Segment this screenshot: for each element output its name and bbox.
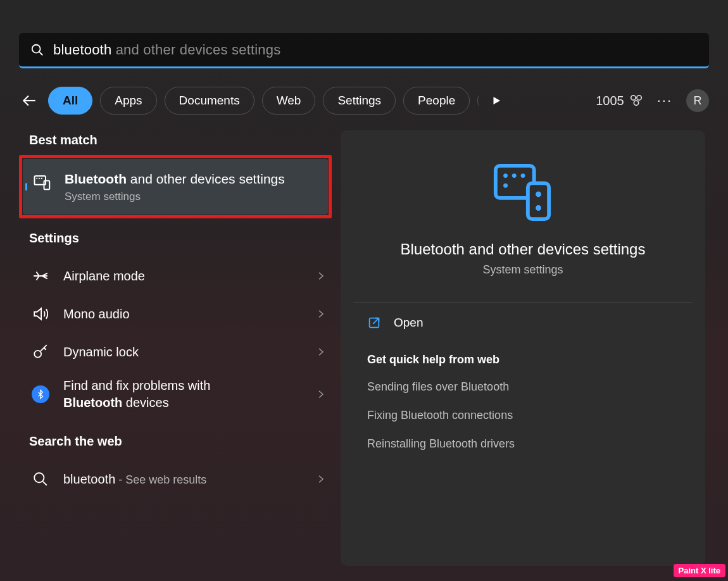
bluetooth-icon [32, 385, 49, 403]
best-match-title: Bluetooth and other devices settings [65, 170, 285, 188]
title-bold: Bluetooth [65, 172, 127, 186]
detail-title: Bluetooth and other devices settings [401, 241, 646, 258]
filter-bar: All Apps Documents Web Settings People F… [19, 84, 709, 117]
settings-item-mono-audio[interactable]: Mono audio [29, 295, 329, 333]
search-ghost-text: and other devices settings [111, 42, 280, 58]
svg-point-8 [36, 178, 37, 179]
svg-point-3 [631, 96, 635, 100]
detail-subtitle: System settings [482, 263, 563, 277]
arrow-left-icon [21, 92, 37, 109]
label-post: devices [122, 396, 168, 409]
chevron-right-icon [315, 389, 327, 400]
pill-label: Web [277, 94, 301, 108]
label-pre: Find and fix problems with [63, 378, 210, 392]
app-watermark: Paint X lite [674, 564, 725, 577]
filter-pill-all[interactable]: All [48, 87, 92, 115]
svg-line-13 [43, 482, 47, 485]
filter-pill-people[interactable]: People [403, 87, 470, 115]
svg-point-0 [32, 44, 41, 53]
filter-pill-apps[interactable]: Apps [100, 87, 156, 115]
svg-point-9 [39, 178, 40, 179]
row-label: Dynamic lock [63, 345, 139, 359]
search-bar[interactable]: bluetooth and other devices settings [19, 33, 709, 68]
avatar-initial: R [694, 94, 702, 108]
svg-point-11 [34, 351, 41, 358]
section-best-match: Best match [29, 133, 329, 147]
search-icon [30, 43, 44, 57]
svg-line-1 [39, 52, 42, 55]
section-search-web: Search the web [29, 434, 329, 449]
svg-point-16 [512, 173, 517, 178]
section-settings: Settings [29, 231, 329, 246]
svg-point-17 [521, 173, 525, 178]
svg-point-10 [41, 178, 42, 179]
filter-pill-folders[interactable]: Fold [477, 87, 479, 115]
user-avatar[interactable]: R [686, 89, 709, 112]
pill-label: People [418, 94, 455, 108]
pill-label: All [63, 94, 78, 108]
pill-label: Documents [179, 94, 240, 108]
selection-accent [25, 183, 27, 191]
chevron-right-icon [315, 473, 327, 485]
help-heading: Get quick help from web [367, 353, 679, 366]
svg-point-20 [536, 192, 541, 197]
filter-pill-settings[interactable]: Settings [323, 87, 396, 115]
rewards-points[interactable]: 1005 [596, 94, 643, 108]
speaker-icon [32, 305, 49, 323]
filters-scroll-right[interactable] [482, 87, 510, 115]
open-action[interactable]: Open [367, 303, 679, 343]
help-link[interactable]: Fixing Bluetooth connections [367, 409, 679, 422]
search-icon [32, 470, 49, 488]
open-icon [367, 316, 381, 330]
header-right: 1005 ··· R [596, 89, 709, 112]
svg-rect-19 [528, 183, 549, 219]
svg-point-15 [503, 173, 508, 178]
filter-pills: All Apps Documents Web Settings People F… [48, 87, 479, 115]
results-column: Best match Bluetooth and other devices s… [29, 133, 329, 498]
trophy-icon [629, 94, 643, 108]
svg-point-18 [503, 184, 508, 188]
settings-item-airplane-mode[interactable]: Airplane mode [29, 257, 329, 295]
svg-point-5 [634, 101, 638, 105]
open-label: Open [394, 316, 423, 330]
settings-item-bluetooth-troubleshoot[interactable]: Find and fix problems with Bluetooth dev… [29, 371, 329, 418]
best-match-text: Bluetooth and other devices settings Sys… [65, 170, 285, 203]
best-match-item[interactable]: Bluetooth and other devices settings Sys… [23, 159, 328, 215]
chevron-right-icon [315, 308, 327, 320]
best-match-subtitle: System settings [65, 191, 285, 203]
label-bold: Bluetooth [63, 396, 122, 409]
search-typed-text: bluetooth [53, 42, 111, 58]
web-term: bluetooth [63, 472, 115, 486]
row-label: Find and fix problems with Bluetooth dev… [63, 377, 210, 411]
title-rest: and other devices settings [127, 172, 285, 186]
chevron-right-icon [315, 346, 327, 358]
web-search-item[interactable]: bluetooth - See web results [29, 460, 329, 498]
windows-search-popup: bluetooth and other devices settings All… [0, 0, 728, 581]
row-label: bluetooth - See web results [63, 472, 206, 487]
row-label: Mono audio [63, 307, 130, 322]
settings-item-dynamic-lock[interactable]: Dynamic lock [29, 333, 329, 371]
row-label: Airplane mode [63, 269, 145, 284]
help-link[interactable]: Sending files over Bluetooth [367, 380, 679, 394]
svg-point-21 [536, 205, 541, 211]
play-icon [491, 95, 502, 106]
help-link[interactable]: Reinstalling Bluetooth drivers [367, 437, 679, 451]
detail-panel: Bluetooth and other devices settings Sys… [341, 130, 705, 566]
pill-label: Settings [337, 94, 381, 108]
pill-label: Apps [115, 94, 142, 108]
svg-point-12 [34, 473, 44, 483]
filter-pill-web[interactable]: Web [262, 87, 316, 115]
devices-large-icon [492, 162, 554, 224]
back-button[interactable] [19, 91, 39, 111]
filter-pill-documents[interactable]: Documents [165, 87, 254, 115]
more-button[interactable]: ··· [657, 92, 672, 109]
airplane-icon [32, 267, 49, 285]
detail-actions: Open Get quick help from web Sending fil… [353, 303, 693, 466]
web-suffix: - See web results [115, 473, 206, 486]
key-icon [32, 343, 49, 361]
search-input[interactable]: bluetooth and other devices settings [53, 42, 280, 58]
devices-icon [33, 173, 52, 192]
points-value: 1005 [596, 94, 624, 108]
svg-point-4 [637, 96, 641, 100]
chevron-right-icon [315, 270, 327, 282]
